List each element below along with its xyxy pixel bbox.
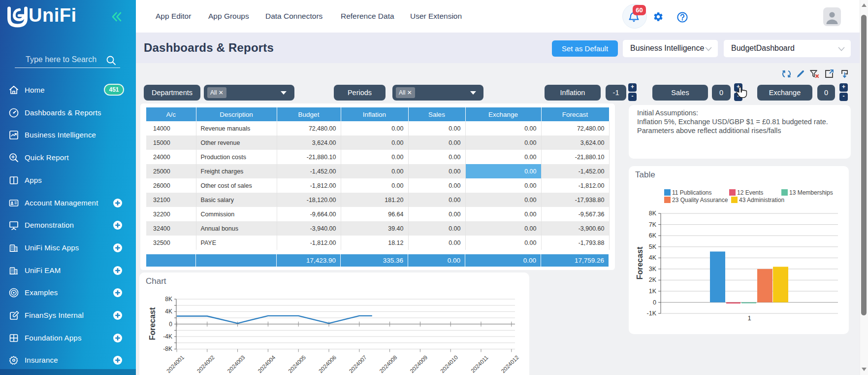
svg-text:2024005: 2024005	[287, 354, 307, 374]
svg-text:12 Events: 12 Events	[737, 189, 763, 196]
svg-text:8K: 8K	[165, 296, 172, 303]
svg-text:2024012: 2024012	[500, 354, 520, 374]
svg-text:2024009: 2024009	[409, 354, 428, 374]
svg-text:2024010: 2024010	[439, 354, 459, 374]
svg-text:2024001: 2024001	[165, 354, 185, 374]
svg-text:-1K: -1K	[647, 310, 657, 317]
svg-text:4K: 4K	[165, 308, 172, 315]
svg-text:1K: 1K	[649, 288, 657, 295]
svg-text:4K: 4K	[649, 254, 657, 261]
svg-text:2024006: 2024006	[318, 354, 337, 374]
svg-text:0: 0	[169, 321, 172, 328]
svg-text:-4K: -4K	[163, 333, 172, 340]
svg-text:23 Quality Assurance: 23 Quality Assurance	[672, 197, 728, 204]
svg-text:2024003: 2024003	[226, 354, 246, 374]
svg-text:Forecast: Forecast	[148, 307, 157, 340]
svg-text:13 Memberships: 13 Memberships	[789, 189, 833, 196]
svg-text:5K: 5K	[649, 243, 657, 250]
svg-text:1: 1	[747, 314, 751, 322]
svg-text:6K: 6K	[649, 232, 657, 239]
svg-text:-8K: -8K	[163, 345, 172, 352]
svg-text:0: 0	[653, 299, 656, 306]
svg-text:7K: 7K	[649, 221, 657, 228]
svg-text:11 Publications: 11 Publications	[672, 189, 712, 196]
svg-text:2024007: 2024007	[348, 354, 368, 374]
svg-text:2024011: 2024011	[470, 354, 489, 374]
svg-text:2024008: 2024008	[379, 354, 398, 374]
svg-text:3K: 3K	[649, 266, 657, 273]
svg-text:2024004: 2024004	[257, 354, 277, 375]
svg-text:Forecast: Forecast	[636, 246, 644, 279]
svg-text:43 Administration: 43 Administration	[739, 197, 784, 204]
svg-text:2024002: 2024002	[196, 354, 216, 374]
svg-text:8K: 8K	[649, 210, 657, 217]
svg-text:2K: 2K	[649, 276, 657, 283]
